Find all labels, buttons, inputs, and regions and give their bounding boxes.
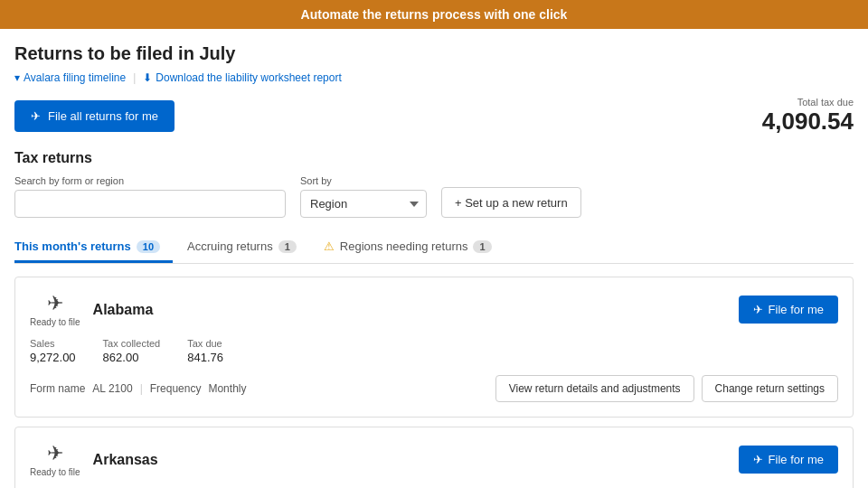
subtitle-row: ▾ Avalara filing timeline | ⬇ Download t… bbox=[14, 71, 854, 84]
tax-returns-section: Tax returns Search by form or region Sor… bbox=[14, 150, 854, 488]
avalara-link-label: Avalara filing timeline bbox=[24, 71, 126, 84]
return-card-alabama: ✈ Ready to file Alabama ✈ File for me Sa… bbox=[14, 277, 854, 418]
stat-tax-collected-alabama: Tax collected 862.00 bbox=[103, 338, 161, 364]
sales-label: Sales bbox=[30, 338, 76, 349]
sort-group: Sort by Region Due date Tax due bbox=[300, 175, 427, 218]
tabs-row: This month's returns 10 Accruing returns… bbox=[14, 230, 854, 264]
total-tax-label: Total tax due bbox=[762, 97, 854, 108]
frequency-label: Frequency bbox=[150, 382, 202, 395]
section-title: Tax returns bbox=[14, 150, 854, 166]
file-all-row: ✈ File all returns for me Total tax due … bbox=[14, 97, 854, 136]
plane-icon: ✈ bbox=[31, 109, 41, 123]
file-for-me-alabama[interactable]: ✈ File for me bbox=[739, 296, 838, 324]
download-link[interactable]: ⬇ Download the liability worksheet repor… bbox=[143, 71, 341, 84]
tab-this-month[interactable]: This month's returns 10 bbox=[14, 230, 173, 263]
card-header-alabama: ✈ Ready to file Alabama ✈ File for me bbox=[30, 292, 838, 327]
tab-accruing-label: Accruing returns bbox=[187, 239, 273, 253]
plane-icon-small-arkansas: ✈ bbox=[753, 453, 763, 466]
meta-divider-alabama: | bbox=[140, 382, 143, 395]
tab-accruing[interactable]: Accruing returns 1 bbox=[187, 230, 309, 263]
link-divider: | bbox=[133, 71, 136, 84]
sort-label: Sort by bbox=[300, 175, 427, 186]
file-for-me-label-alabama: File for me bbox=[769, 303, 824, 316]
tax-collected-label: Tax collected bbox=[103, 338, 161, 349]
tab-regions-needing-badge: 1 bbox=[473, 240, 491, 253]
state-title-alabama: Alabama bbox=[93, 302, 154, 318]
view-details-label-alabama: View return details and adjustments bbox=[509, 382, 681, 395]
card-buttons-alabama: View return details and adjustments Chan… bbox=[495, 375, 838, 402]
tax-due-value-alabama: 841.76 bbox=[187, 351, 223, 364]
top-banner: Automate the returns process with one cl… bbox=[0, 0, 868, 29]
paper-plane-icon-alabama: ✈ bbox=[47, 292, 63, 315]
warning-icon: ⚠ bbox=[324, 239, 335, 253]
tab-this-month-label: This month's returns bbox=[14, 239, 131, 253]
file-for-me-arkansas[interactable]: ✈ File for me bbox=[739, 446, 838, 474]
new-return-label: + Set up a new return bbox=[455, 196, 568, 210]
card-left-alabama: ✈ Ready to file Alabama bbox=[30, 292, 153, 327]
total-tax-amount: 4,090.54 bbox=[762, 108, 854, 136]
banner-text: Automate the returns process with one cl… bbox=[301, 7, 568, 22]
tab-accruing-badge: 1 bbox=[278, 240, 297, 253]
download-link-label: Download the liability worksheet report bbox=[156, 71, 341, 84]
sales-value-alabama: 9,272.00 bbox=[30, 351, 76, 364]
file-for-me-label-arkansas: File for me bbox=[769, 453, 824, 466]
card-stats-alabama: Sales 9,272.00 Tax collected 862.00 Tax … bbox=[30, 338, 838, 364]
ready-icon-arkansas: ✈ Ready to file bbox=[30, 442, 80, 477]
download-icon: ⬇ bbox=[143, 71, 152, 84]
page-title: Returns to be filed in July bbox=[14, 43, 854, 64]
form-name-value-alabama: AL 2100 bbox=[92, 382, 132, 395]
card-left-arkansas: ✈ Ready to file Arkansas bbox=[30, 442, 158, 477]
tab-this-month-badge: 10 bbox=[137, 240, 160, 253]
return-cards-list: ✈ Ready to file Alabama ✈ File for me Sa… bbox=[14, 277, 854, 488]
ready-label-arkansas: Ready to file bbox=[30, 467, 80, 477]
total-tax-section: Total tax due 4,090.54 bbox=[762, 97, 854, 136]
card-meta-alabama: Form name AL 2100 | Frequency Monthly bbox=[30, 382, 246, 395]
stat-sales-alabama: Sales 9,272.00 bbox=[30, 338, 76, 364]
change-return-settings-alabama[interactable]: Change return settings bbox=[702, 375, 838, 402]
tab-regions-needing-label: Regions needing returns bbox=[340, 239, 468, 253]
change-settings-label-alabama: Change return settings bbox=[715, 382, 825, 395]
controls-row: Search by form or region Sort by Region … bbox=[14, 175, 854, 218]
search-label: Search by form or region bbox=[14, 175, 286, 186]
new-return-button[interactable]: + Set up a new return bbox=[441, 187, 581, 218]
frequency-value-alabama: Monthly bbox=[208, 382, 246, 395]
chevron-down-icon: ▾ bbox=[14, 71, 20, 84]
state-title-arkansas: Arkansas bbox=[93, 452, 158, 468]
card-header-arkansas: ✈ Ready to file Arkansas ✈ File for me bbox=[30, 442, 838, 477]
ready-label-alabama: Ready to file bbox=[30, 317, 80, 327]
card-footer-alabama: Form name AL 2100 | Frequency Monthly Vi… bbox=[30, 375, 838, 402]
paper-plane-icon-arkansas: ✈ bbox=[47, 442, 63, 465]
sort-select[interactable]: Region Due date Tax due bbox=[300, 190, 427, 218]
search-group: Search by form or region bbox=[14, 175, 286, 218]
ready-icon-alabama: ✈ Ready to file bbox=[30, 292, 80, 327]
tab-regions-needing[interactable]: ⚠ Regions needing returns 1 bbox=[324, 230, 505, 263]
return-card-arkansas: ✈ Ready to file Arkansas ✈ File for me S… bbox=[14, 427, 854, 488]
stat-tax-due-alabama: Tax due 841.76 bbox=[187, 338, 223, 364]
search-input[interactable] bbox=[14, 190, 286, 218]
plane-icon-small: ✈ bbox=[753, 303, 763, 316]
tax-collected-value-alabama: 862.00 bbox=[103, 351, 161, 364]
file-all-label: File all returns for me bbox=[48, 109, 158, 123]
tax-due-label: Tax due bbox=[187, 338, 223, 349]
view-return-details-alabama[interactable]: View return details and adjustments bbox=[495, 375, 694, 402]
avalara-filing-link[interactable]: ▾ Avalara filing timeline bbox=[14, 71, 126, 84]
file-all-button[interactable]: ✈ File all returns for me bbox=[14, 100, 175, 132]
form-name-label: Form name bbox=[30, 382, 85, 395]
